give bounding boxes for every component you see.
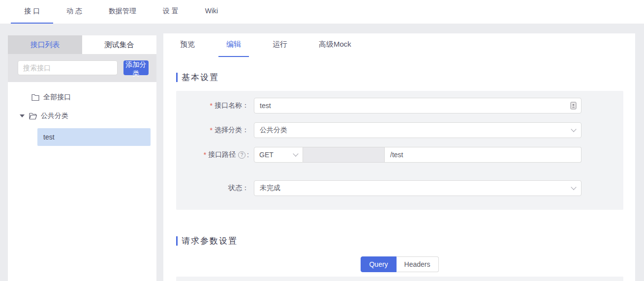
- form-row-name: * 接口名称：: [176, 98, 623, 113]
- nav-item-data-management[interactable]: 数据管理: [95, 0, 150, 24]
- section-title-text: 基本设置: [182, 72, 219, 83]
- nav-item-settings[interactable]: 设 置: [150, 0, 192, 24]
- basic-settings-title: 基本设置: [176, 72, 623, 83]
- status-select[interactable]: 未完成: [254, 180, 582, 196]
- interface-path-input[interactable]: [385, 147, 582, 163]
- tree-leaf-test-selected[interactable]: test: [37, 128, 151, 146]
- required-mark: *: [210, 102, 213, 110]
- form-row-status: 状态： 未完成: [176, 180, 623, 196]
- tab-run[interactable]: 运行: [265, 38, 295, 57]
- chevron-down-icon: [571, 126, 576, 132]
- add-category-button[interactable]: 添加分类: [123, 60, 149, 75]
- name-label: * 接口名称：: [176, 101, 254, 110]
- help-circle-icon[interactable]: ?: [238, 151, 245, 159]
- request-params-title: 请求参数设置: [176, 235, 623, 247]
- basic-settings-form: * 接口名称： * 选择分类：: [176, 91, 623, 210]
- autofill-icon[interactable]: [570, 102, 577, 110]
- status-select-value: 未完成: [260, 184, 280, 193]
- tab-test-collection[interactable]: 测试集合: [82, 35, 156, 54]
- tab-advanced-mock[interactable]: 高级Mock: [311, 38, 359, 57]
- nav-item-interface[interactable]: 接 口: [11, 0, 53, 24]
- caret-down-icon[interactable]: [20, 114, 25, 117]
- folder-open-icon: [29, 112, 37, 119]
- section-title-text: 请求参数设置: [182, 235, 238, 247]
- tab-edit[interactable]: 编辑: [218, 38, 249, 57]
- param-type-toggle: Query Headers: [176, 256, 623, 272]
- tree-node-public-category[interactable]: 公共分类: [8, 107, 156, 125]
- base-path-input: [303, 147, 385, 163]
- tab-preview[interactable]: 预览: [172, 38, 203, 57]
- http-method-value: GET: [259, 151, 274, 159]
- interface-detail-tabs: 预览 编辑 运行 高级Mock: [172, 38, 623, 57]
- top-nav: 接 口 动 态 数据管理 设 置 Wiki: [0, 0, 644, 24]
- required-mark: *: [210, 126, 213, 134]
- sidebar-tabs: 接口列表 测试集合: [8, 35, 156, 54]
- chevron-down-icon: [293, 151, 298, 156]
- http-method-select[interactable]: GET: [254, 147, 303, 163]
- title-accent-bar: [176, 73, 178, 82]
- next-form-section: [176, 277, 623, 281]
- form-row-path: * 接口路径 ? : GET: [176, 147, 623, 163]
- nav-item-dynamics[interactable]: 动 态: [53, 0, 95, 24]
- param-tab-query[interactable]: Query: [361, 256, 396, 272]
- name-input-box: [254, 98, 582, 113]
- category-select-value: 公共分类: [260, 126, 287, 135]
- sidebar: 接口列表 测试集合 添加分类 全部接口: [8, 35, 156, 281]
- tree-node-label: 公共分类: [41, 112, 68, 120]
- search-input[interactable]: [18, 60, 118, 75]
- path-input-group: GET: [254, 147, 582, 163]
- interface-name-input[interactable]: [254, 99, 570, 112]
- form-row-category: * 选择分类： 公共分类: [176, 122, 623, 138]
- path-label: * 接口路径 ? :: [176, 150, 254, 159]
- title-accent-bar: [176, 236, 178, 246]
- category-select[interactable]: 公共分类: [254, 122, 582, 138]
- tab-interface-list[interactable]: 接口列表: [8, 35, 82, 54]
- status-label: 状态：: [176, 184, 254, 193]
- tree-node-all-interfaces[interactable]: 全部接口: [8, 88, 156, 107]
- nav-item-wiki[interactable]: Wiki: [192, 0, 231, 24]
- param-tab-headers[interactable]: Headers: [397, 256, 439, 272]
- category-label: * 选择分类：: [176, 126, 254, 135]
- tree-node-label: 全部接口: [43, 93, 71, 102]
- main-panel: 预览 编辑 运行 高级Mock 基本设置 * 接口名称：: [163, 33, 635, 281]
- interface-tree: 全部接口 公共分类 test: [8, 82, 156, 281]
- chevron-down-icon: [571, 184, 576, 190]
- sidebar-search-row: 添加分类: [8, 54, 156, 82]
- folder-icon: [31, 94, 39, 101]
- required-mark: *: [204, 151, 206, 159]
- page-content: 接口列表 测试集合 添加分类 全部接口: [0, 24, 644, 281]
